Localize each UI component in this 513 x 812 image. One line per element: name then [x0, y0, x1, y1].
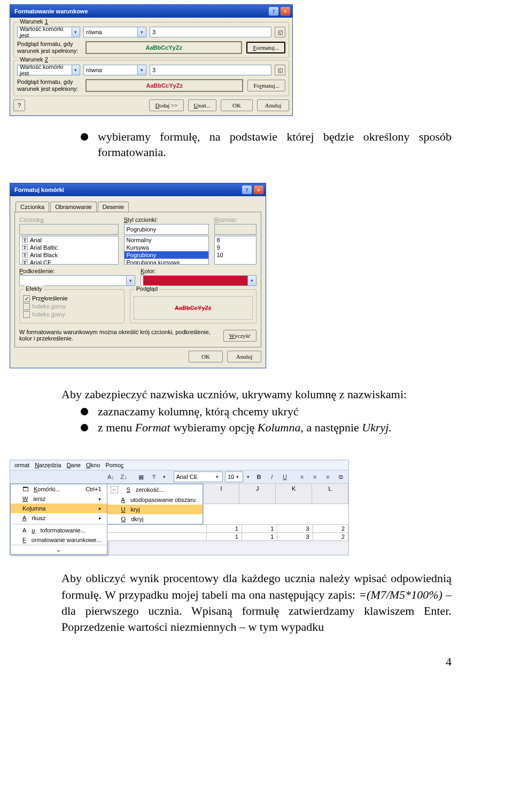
sheet-data-rows: 1132 1132 [107, 524, 348, 541]
align-right-icon[interactable]: ≡ [322, 471, 333, 482]
value-input[interactable]: 3 [150, 27, 271, 37]
align-center-icon[interactable]: ≡ [309, 471, 320, 482]
menu-help[interactable]: Pomoc [105, 462, 123, 468]
preview-label: Podgląd formatu, gdy warunek jest spełni… [17, 79, 81, 92]
format-button-2[interactable]: Formatuj... [247, 80, 285, 91]
range-picker-icon[interactable]: ◱ [275, 27, 285, 37]
italic-button[interactable]: I [267, 471, 277, 482]
help-icon[interactable]: ? [149, 471, 159, 482]
merge-icon[interactable]: ⧉ [336, 471, 346, 482]
color-label: Kolor: [141, 268, 256, 274]
menu-item-row[interactable]: Wiersz▸ [11, 494, 107, 504]
size-label: Rozmiar: [214, 216, 257, 223]
list-item: 10 [215, 251, 256, 259]
bullet-item: zaznaczamy kolumnę, którą chcemy ukryć [61, 404, 452, 420]
menu-format[interactable]: ormat [14, 462, 29, 468]
operator-combo-2[interactable]: równa▾ [83, 65, 146, 75]
style-input[interactable]: Pogrubiony [124, 224, 209, 235]
col-header-k[interactable]: K [276, 484, 312, 504]
range-picker-icon[interactable]: ◱ [275, 65, 285, 75]
operator-combo[interactable]: równa▾ [83, 27, 146, 37]
chevron-down-icon: ▾ [72, 65, 80, 75]
cancel-button[interactable]: Anuluj [227, 351, 261, 362]
titlebar[interactable]: Formatuj komórki ? × [10, 183, 266, 196]
bullet-icon [81, 424, 88, 431]
list-item: TArial [20, 236, 118, 244]
bold-button[interactable]: B [253, 471, 264, 482]
truetype-icon: T [22, 259, 28, 265]
submenu-autofit[interactable]: Autodopasowanie obszaru [107, 495, 203, 505]
submenu-hide[interactable]: Ukryj [107, 505, 203, 514]
bullet-text: wybieramy formułę, na podstawie której b… [98, 129, 452, 160]
color-swatch [143, 276, 247, 285]
cell-value-is-combo[interactable]: Wartość komórki jest▾ [17, 27, 80, 37]
sub-label: Indeks dolny [32, 311, 65, 318]
add-button[interactable]: Dodaj >> [149, 99, 183, 111]
remove-button[interactable]: Usuń... [188, 99, 216, 111]
toolbar: A↓ Z↓ ▦ ? ▾ Arial CE▾ 10▾ ▾ B I U ≡ ≡ ≡ … [10, 470, 348, 484]
chevron-down-icon[interactable]: ▾ [161, 474, 167, 480]
cancel-button[interactable]: Anuluj [257, 99, 289, 111]
chart-icon[interactable]: ▦ [135, 471, 146, 482]
tab-border[interactable]: Obramowanie [50, 202, 96, 212]
font-size-combo[interactable]: 10▾ [225, 471, 243, 482]
menu-item-column[interactable]: Kolumna▸ [11, 504, 107, 513]
col-header-i[interactable]: I [204, 484, 240, 504]
list-item: 9 [215, 244, 256, 251]
format-button-1[interactable]: FFormatuj...ormatuj... [246, 42, 285, 53]
preview-label: Podgląd formatu, gdy warunek jest spełni… [17, 41, 81, 54]
sort-desc-icon[interactable]: Z↓ [118, 471, 129, 482]
column-submenu[interactable]: ↔Szerokość... Autodopasowanie obszaru Uk… [107, 484, 203, 524]
close-icon[interactable]: × [280, 6, 291, 16]
color-combo[interactable]: ▾ [141, 275, 256, 286]
tab-font[interactable]: Czcionka [15, 202, 49, 212]
condition-2-label: Warunek 2 [18, 56, 50, 63]
close-icon[interactable]: × [253, 185, 264, 195]
size-list[interactable]: 8 9 10 [214, 236, 257, 265]
menu-expand-icon[interactable]: ⌄ [11, 545, 107, 554]
value-input-2[interactable]: 3 [150, 65, 271, 75]
clear-button[interactable]: Wyczyść [223, 330, 256, 342]
condition-1-group: Warunek 1 Wartość komórki jest▾ równa▾ 3… [13, 22, 289, 58]
menu-item-condformat[interactable]: Formatowanie warunkowe... [11, 535, 107, 545]
style-list[interactable]: Normalny Kursywa Pogrubiony Pogrubiona k… [124, 236, 209, 265]
tab-patterns[interactable]: Desenie [98, 202, 129, 212]
format-menu-screenshot: ormat Narzędzia Dane Okno Pomoc A↓ Z↓ ▦ … [10, 460, 349, 555]
submenu-width[interactable]: ↔Szerokość... [107, 484, 203, 495]
menu-item-sheet[interactable]: Arkusz▸ [11, 513, 107, 523]
font-name-combo[interactable]: Arial CE▾ [174, 471, 223, 482]
menu-tools[interactable]: Narzędzia [35, 462, 61, 468]
font-input-disabled [19, 224, 119, 235]
cell-value-is-combo-2[interactable]: Wartość komórki jest▾ [17, 65, 80, 75]
help-titlebar-button[interactable]: ? [242, 185, 252, 195]
menu-item-cells[interactable]: 🗔Komórki...Ctrl+1 [11, 484, 107, 494]
font-list[interactable]: TArial TArial Baltic TArial Black TArial… [19, 236, 119, 265]
help-titlebar-button[interactable]: ? [268, 6, 279, 16]
format-menu[interactable]: 🗔Komórki...Ctrl+1 Wiersz▸ Kolumna▸ Arkus… [10, 484, 107, 555]
chevron-down-icon[interactable]: ▾ [245, 474, 251, 480]
menu-window[interactable]: Okno [86, 462, 100, 468]
strike-checkbox[interactable]: ✓ [23, 295, 30, 302]
size-input-disabled [214, 224, 257, 235]
underline-button[interactable]: U [279, 471, 290, 482]
underline-combo[interactable]: ▾ [19, 275, 135, 286]
align-left-icon[interactable]: ≡ [297, 471, 307, 482]
truetype-icon: T [22, 237, 28, 243]
ok-button[interactable]: OK [189, 351, 223, 362]
condition-2-group: Warunek 2 Wartość komórki jest▾ równa▾ 3… [13, 60, 289, 96]
col-header-l[interactable]: L [312, 484, 348, 504]
sort-asc-icon[interactable]: A↓ [105, 471, 116, 482]
sub-checkbox [23, 311, 30, 318]
titlebar[interactable]: Formatowanie warunkowe ? × [10, 5, 292, 18]
menu-item-autoformat[interactable]: Autoformatowanie... [11, 525, 107, 535]
bullet-text: z menu Format wybieramy opcję Kolumna, a… [98, 420, 452, 436]
list-item: Pogrubiona kursywa [125, 259, 208, 265]
menu-data[interactable]: Dane [67, 462, 81, 468]
bullet-item: z menu Format wybieramy opcję Kolumna, a… [61, 420, 452, 436]
help-button[interactable]: ? [13, 99, 25, 111]
format-preview-1: AaBbCcYyZz [86, 41, 242, 54]
submenu-unhide[interactable]: Odkryj [107, 514, 203, 524]
ok-button[interactable]: OK [221, 99, 253, 111]
chevron-down-icon: ▾ [247, 276, 256, 285]
col-header-j[interactable]: J [239, 484, 276, 504]
